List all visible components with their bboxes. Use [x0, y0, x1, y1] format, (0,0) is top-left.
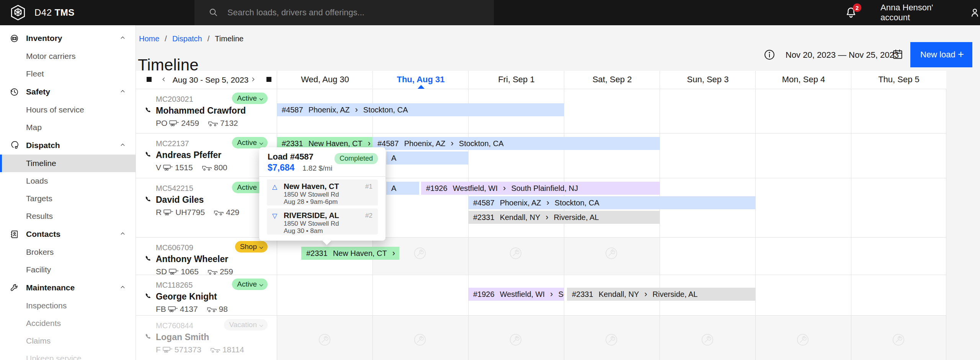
- new-load-button[interactable]: New load +: [910, 42, 972, 67]
- driver-status-badge[interactable]: Active: [232, 279, 268, 290]
- chevron-up-icon: [121, 90, 125, 94]
- sidebar-item-inspections[interactable]: Inspections: [0, 297, 136, 314]
- notifications-button[interactable]: 2: [845, 7, 861, 20]
- driver-row[interactable]: MC760844 Logan Smith F 571373 18114 Vaca…: [136, 315, 277, 360]
- load-bar[interactable]: #2331New Haven, CTW…: [301, 247, 399, 260]
- driver-name[interactable]: Andreas Pfeffer: [156, 150, 221, 160]
- sidebar-item-hours-of-service[interactable]: Hours of service: [0, 101, 136, 119]
- sidebar-item-claims[interactable]: Claims: [0, 332, 136, 350]
- driver-row[interactable]: MC203021 Mohammed Crawford PO 2459 7132 …: [136, 89, 277, 133]
- driver-equipment: PO 2459 7132: [156, 119, 238, 128]
- route-arrow-icon: [546, 213, 548, 222]
- phone-icon[interactable]: [144, 195, 153, 204]
- chevron-down-icon: [260, 141, 263, 145]
- route-arrow-icon: [451, 139, 453, 148]
- load-bar[interactable]: #4587Phoenix, AZStockton, CA: [277, 103, 564, 116]
- phone-icon[interactable]: [144, 255, 153, 263]
- day-header-sun-sep-3[interactable]: Sun, Sep 3: [660, 71, 756, 88]
- chevron-up-icon: [121, 232, 125, 236]
- sidebar-item-brokers[interactable]: Brokers: [0, 243, 136, 261]
- info-button[interactable]: [764, 49, 775, 62]
- driver-row[interactable]: MC542215 David Giles R UH7795 429 Active: [136, 178, 277, 237]
- search-input[interactable]: [227, 7, 473, 18]
- previous-period-button[interactable]: [161, 76, 169, 84]
- driver-name[interactable]: Mohammed Crawford: [156, 106, 246, 116]
- driver-equipment: FB 4137 98: [156, 305, 228, 314]
- section-label: Safety: [26, 87, 50, 96]
- truck-icon: [202, 165, 212, 171]
- driver-status-badge[interactable]: Active: [232, 137, 268, 148]
- sidebar-item-map[interactable]: Map: [0, 119, 136, 136]
- sidebar-item-targets[interactable]: Targets: [0, 190, 136, 207]
- day-header-thu-sep-5[interactable]: Thu, Sep 5: [851, 71, 946, 88]
- driver-status-badge[interactable]: Shop: [235, 241, 268, 252]
- load-bar[interactable]: #2331Kendall, NYRiverside, AL: [468, 211, 660, 224]
- app-logo[interactable]: D42 TMS: [0, 0, 194, 25]
- driver-mc-number: MC203021: [156, 95, 193, 104]
- load-bar[interactable]: #4587Phoenix, AZStockton, CA: [468, 196, 755, 209]
- divider: [259, 176, 385, 177]
- sidebar-item-loads[interactable]: Loads: [0, 172, 136, 190]
- calendar-icon: [892, 49, 903, 60]
- driver-mc-number: MC22137: [156, 139, 189, 148]
- driver-equipment: R UH7795 429: [156, 208, 239, 217]
- day-header-wed-aug-30[interactable]: Wed, Aug 30: [277, 71, 373, 88]
- driver-status-badge[interactable]: Vacation: [224, 319, 268, 331]
- breadcrumb-home[interactable]: Home: [139, 34, 159, 43]
- driver-status-badge[interactable]: Active: [232, 93, 268, 104]
- breadcrumb-dispatch[interactable]: Dispatch: [172, 34, 202, 43]
- load-bar[interactable]: #1926Westfield, WISo…: [468, 288, 564, 301]
- calendar-button[interactable]: [892, 49, 903, 62]
- route-arrow-icon: [392, 249, 395, 257]
- app-title: D42 TMS: [34, 7, 75, 18]
- sidebar-section-safety[interactable]: Safety: [0, 83, 136, 101]
- sidebar-item-accidents[interactable]: Accidents: [0, 314, 136, 332]
- sidebar-item-upkeep-service[interactable]: Upkeep service: [0, 350, 136, 360]
- sidebar-item-fleet[interactable]: Fleet: [0, 65, 136, 83]
- trailer-icon: [163, 347, 173, 353]
- sidebar-item-results[interactable]: Results: [0, 207, 136, 225]
- skip-to-end-button[interactable]: [265, 76, 272, 84]
- sidebar-item-timeline[interactable]: Timeline: [0, 155, 136, 172]
- sidebar-section-dispatch[interactable]: Dispatch: [0, 136, 136, 155]
- day-header-fri-sep-1[interactable]: Fri, Sep 1: [468, 71, 564, 88]
- section-label: Contacts: [26, 230, 60, 239]
- day-header-sat-sep-2[interactable]: Sat, Sep 2: [564, 71, 660, 88]
- sidebar-section-inventory[interactable]: Inventory: [0, 29, 136, 47]
- side-nav: Inventory Motor carriers Fleet Safety Ho…: [0, 25, 136, 360]
- date-range-filter[interactable]: Nov 20, 2023 — Nov 25, 2023: [786, 50, 899, 60]
- sidebar-section-contacts[interactable]: Contacts: [0, 225, 136, 243]
- driver-name[interactable]: George Knight: [156, 292, 217, 302]
- driver-name[interactable]: Anthony Wheeler: [156, 254, 228, 264]
- load-bar[interactable]: #2331Kendall, NYRiverside, AL: [567, 288, 755, 301]
- load-tooltip: Load #4587 $7,684 1.82 $/mi Completed △ …: [259, 147, 385, 241]
- driver-name[interactable]: David Giles: [156, 195, 204, 205]
- driver-row[interactable]: MC606709 Anthony Wheeler SD 1065 259 Sho…: [136, 237, 277, 275]
- load-bar[interactable]: #4587Phoenix, AZStockton, CA: [372, 137, 660, 150]
- load-bar[interactable]: A: [386, 151, 468, 165]
- load-bar[interactable]: A: [386, 182, 419, 195]
- breadcrumb-current: Timeline: [215, 34, 243, 43]
- sidebar-item-facility[interactable]: Facility: [0, 261, 136, 279]
- day-header-mon-sep-4[interactable]: Mon, Sep 4: [755, 71, 851, 88]
- next-period-button[interactable]: [249, 76, 257, 84]
- skip-to-start-button[interactable]: [147, 76, 154, 84]
- route-arrow-icon: [503, 184, 506, 192]
- driver-name[interactable]: Logan Smith: [156, 332, 209, 342]
- driver-row[interactable]: MC22137 Andreas Pfeffer V 1515 800 Activ…: [136, 133, 277, 178]
- maintenance-placeholder-icon: [795, 332, 810, 347]
- driver-mc-number: MC606709: [156, 243, 193, 252]
- phone-icon[interactable]: [144, 106, 153, 115]
- global-search[interactable]: [194, 0, 494, 25]
- sidebar-section-maintenance[interactable]: Maintenance: [0, 279, 136, 297]
- load-bar[interactable]: #1926Westfield, WISouth Plainfield, NJ: [421, 182, 660, 195]
- sidebar-item-motor-carriers[interactable]: Motor carriers: [0, 47, 136, 65]
- phone-icon[interactable]: [144, 333, 153, 341]
- day-header-thu-aug-31[interactable]: Thu, Aug 31: [372, 71, 469, 88]
- breadcrumb: Home/ Dispatch/ Timeline: [139, 34, 243, 43]
- driver-row[interactable]: MC118265 George Knight FB 4137 98 Active: [136, 275, 277, 315]
- trailer-icon: [168, 306, 178, 312]
- phone-icon[interactable]: [144, 292, 153, 301]
- account-menu[interactable]: Anna Henson' account: [880, 0, 980, 25]
- phone-icon[interactable]: [144, 151, 153, 159]
